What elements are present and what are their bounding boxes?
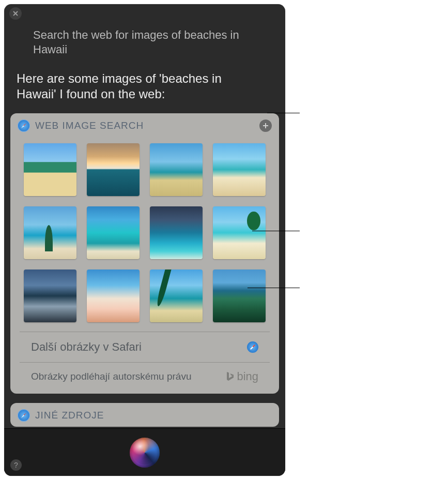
image-result[interactable] [213,206,266,259]
user-query: Search the web for images of beaches in … [4,4,285,56]
card-header: JINÉ ZDROJE [10,403,279,427]
help-button[interactable]: ? [10,459,22,471]
copyright-row: Obrázky podléhají autorskému právu bing [20,362,270,394]
siri-results-panel: Search the web for images of beaches in … [4,4,285,476]
safari-icon [18,409,30,422]
plus-icon [262,122,269,129]
safari-icon [247,341,258,353]
image-result[interactable] [24,206,76,259]
siri-response-text: Here are some images of 'beaches in Hawa… [4,56,285,102]
card-title: JINÉ ZDROJE [35,410,272,421]
callout-line [252,231,300,231]
safari-icon [18,119,30,132]
card-header: WEB IMAGE SEARCH [10,113,279,137]
image-result[interactable] [87,270,140,322]
bing-icon [225,371,235,382]
close-icon [12,10,19,17]
provider-logo: bing [225,370,258,383]
callout-line [267,113,300,113]
image-result[interactable] [24,143,76,196]
add-to-notification-center-button[interactable] [259,119,272,132]
more-images-row[interactable]: Další obrázky v Safari [20,332,270,362]
provider-name: bing [237,370,258,383]
image-result[interactable] [213,270,266,322]
card-title: WEB IMAGE SEARCH [35,120,254,131]
web-image-search-card: WEB IMAGE SEARCH Další obrázky v Safari [10,113,279,394]
image-result[interactable] [150,206,203,259]
close-button[interactable] [9,7,22,20]
image-result[interactable] [150,270,203,322]
more-images-label: Další obrázky v Safari [31,340,247,354]
image-result[interactable] [24,270,76,322]
image-result[interactable] [213,143,266,196]
callout-line [248,288,300,288]
copyright-text: Obrázky podléhají autorskému právu [31,371,225,382]
image-result[interactable] [87,143,140,196]
siri-activate-button[interactable] [130,438,160,468]
image-result[interactable] [87,206,140,259]
other-sources-card[interactable]: JINÉ ZDROJE [10,403,279,427]
image-grid [10,137,279,332]
image-result[interactable] [150,143,203,196]
siri-footer: ? [4,428,285,476]
